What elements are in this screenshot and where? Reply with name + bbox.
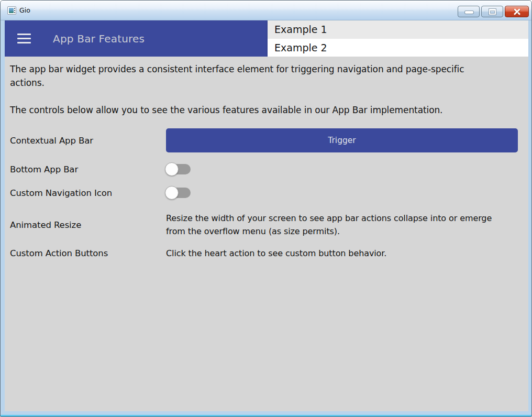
trigger-button[interactable]: Trigger <box>166 128 518 152</box>
main-content: The app bar widget provides a consistent… <box>5 57 528 412</box>
window-border-accent-line <box>1 415 531 416</box>
window-border-bottom <box>1 411 531 416</box>
row-bottom-app-bar: Bottom App Bar <box>10 162 528 176</box>
menu-item-example-2[interactable]: Example 2 <box>268 39 528 57</box>
window-controls <box>458 6 529 17</box>
minimize-button[interactable] <box>458 6 480 17</box>
row-contextual-app-bar: Contextual App Bar Trigger <box>10 128 528 152</box>
row-custom-action-buttons: Custom Action Buttons Click the heart ac… <box>10 247 528 260</box>
row-custom-navigation-icon: Custom Navigation Icon <box>10 186 528 200</box>
row-animated-resize: Animated Resize Resize the width of your… <box>10 212 528 238</box>
menu-item-example-1[interactable]: Example 1 <box>268 20 528 39</box>
close-icon <box>513 7 522 16</box>
row-label: Animated Resize <box>10 220 166 230</box>
row-label: Custom Navigation Icon <box>10 188 166 198</box>
maximize-button[interactable] <box>481 6 503 17</box>
window-border-left <box>1 20 5 416</box>
row-label: Custom Action Buttons <box>10 248 166 258</box>
gio-window: Gio App Bar Features Example 1 Example 2… <box>0 0 532 417</box>
custom-action-buttons-description: Click the heart action to see custom but… <box>166 247 497 260</box>
app-icon <box>7 6 16 15</box>
row-label: Bottom App Bar <box>10 164 166 174</box>
settings-rows: Contextual App Bar Trigger Bottom App Ba… <box>10 128 528 260</box>
hamburger-menu-icon[interactable] <box>17 34 31 43</box>
bottom-app-bar-switch[interactable] <box>166 164 191 174</box>
intro-paragraph-2: The controls below allow you to see the … <box>10 103 513 117</box>
window-title: Gio <box>19 1 30 20</box>
intro-paragraph-1: The app bar widget provides a consistent… <box>10 62 484 90</box>
close-button[interactable] <box>505 6 529 17</box>
titlebar[interactable]: Gio <box>1 1 532 20</box>
custom-navigation-icon-switch[interactable] <box>166 188 191 198</box>
animated-resize-description: Resize the width of your screen to see a… <box>166 212 497 238</box>
overflow-menu: Example 1 Example 2 <box>268 20 528 57</box>
appbar-title: App Bar Features <box>53 20 145 57</box>
row-label: Contextual App Bar <box>10 136 166 146</box>
minimize-icon <box>465 11 473 14</box>
maximize-icon <box>489 9 496 15</box>
